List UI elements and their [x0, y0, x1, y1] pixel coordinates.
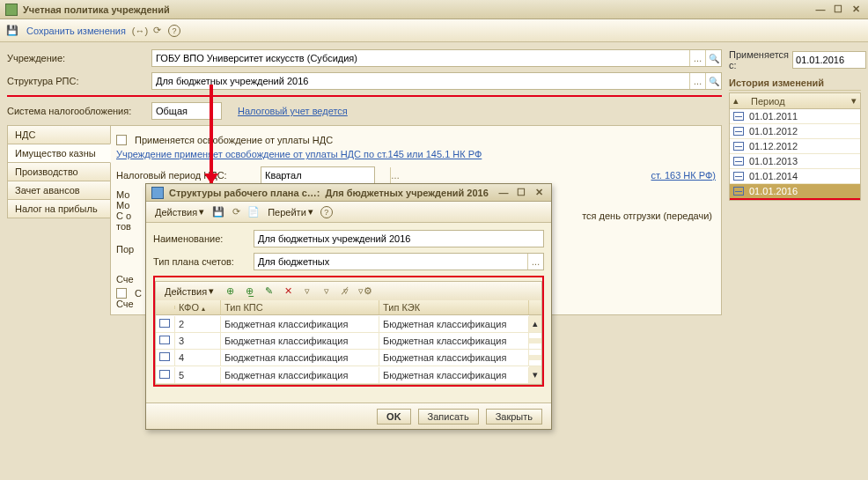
search-icon[interactable]: 🔍 [705, 73, 721, 89]
kps-cell: Бюджетная классификация [221, 333, 379, 349]
row-icon [159, 370, 170, 379]
grid-scroll-up[interactable]: ▴ [529, 315, 541, 332]
actions-label: Действия [155, 207, 197, 218]
history-item[interactable]: 01.01.2012 [730, 124, 860, 139]
tab-advances[interactable]: Зачет авансов [7, 181, 111, 200]
main-toolbar: 💾 Сохранить изменения (↔) ⟳ ? [0, 19, 868, 42]
filter2-icon[interactable]: ▿ [320, 284, 334, 299]
grid-col-kps[interactable]: Тип КПС [221, 300, 379, 314]
highlight-line [7, 95, 722, 97]
minimize-icon[interactable]: — [497, 187, 511, 199]
search-icon[interactable]: 🔍 [705, 50, 721, 66]
pick-button[interactable]: … [689, 50, 705, 66]
dialog-titlebar[interactable]: Структуры рабочего плана с…: Для бюджетн… [146, 184, 551, 202]
add-copy-icon[interactable]: ⊕̲ [242, 284, 256, 299]
tax-period-input[interactable] [261, 170, 390, 181]
close-icon[interactable]: ✕ [532, 187, 546, 199]
exempt-checkbox[interactable] [116, 135, 127, 145]
history-title: История изменений [729, 76, 861, 91]
chart-icon [733, 172, 744, 181]
tab-nds[interactable]: НДС [7, 125, 111, 144]
grid-toolbar: Действия ▾ ⊕ ⊕̲ ✎ ✕ ▿ ▿ ▿̸ ▿⚙ [155, 281, 542, 300]
history-item[interactable]: 01.12.2012 [730, 139, 860, 154]
grid-actions-menu[interactable]: Действия ▾ [161, 284, 217, 299]
history-item-selected[interactable]: 01.01.2016 [730, 184, 860, 200]
plantype-input[interactable] [254, 256, 527, 267]
sort-asc-icon[interactable]: ▴ [733, 95, 739, 107]
copy-icon[interactable]: 📄 [246, 205, 261, 219]
add-icon[interactable]: ⊕ [223, 284, 237, 299]
ok-button[interactable]: OK [377, 409, 411, 425]
dialog-footer: OK Записать Закрыть [146, 402, 551, 429]
save-button[interactable]: Записать [418, 409, 479, 425]
sch-checkbox[interactable] [116, 288, 127, 299]
st163-link[interactable]: ст. 163 НК РФ) [651, 170, 717, 181]
minimize-icon[interactable]: — [813, 4, 828, 16]
grid-scroll-down[interactable]: ▾ [529, 366, 541, 383]
kek-cell: Бюджетная классификация [379, 350, 529, 366]
applies-from-input[interactable] [792, 51, 866, 69]
grid-col-marker[interactable] [156, 306, 175, 309]
goto-menu[interactable]: Перейти ▾ [264, 204, 317, 219]
history-header: ▴ Период ▾ [729, 92, 861, 109]
institution-input[interactable] [152, 53, 689, 63]
tax-period-input-wrap: … [261, 166, 375, 184]
grid-col-kek[interactable]: Тип КЭК [379, 300, 529, 314]
filter-settings-icon[interactable]: ▿⚙ [358, 284, 372, 299]
applies-from-label: Применяется с: [729, 49, 789, 70]
tab-treasury-property[interactable]: Имущество казны [7, 144, 111, 163]
kek-cell: Бюджетная классификация [379, 333, 529, 349]
save-icon[interactable]: 💾 [211, 205, 225, 219]
exempt-label: Применяется освобождение от уплаты НДС [135, 135, 333, 145]
main-window-titlebar[interactable]: Учетная политика учреждений — ☐ ✕ [0, 0, 868, 19]
filter-icon[interactable]: ▿ [300, 284, 314, 299]
pick-button[interactable]: … [390, 167, 400, 183]
grid-scroll-head [529, 306, 541, 309]
nav-hsplit-icon[interactable]: (↔) [133, 24, 147, 38]
kfo-cell: 2 [175, 316, 221, 332]
history-item[interactable]: 01.01.2011 [730, 109, 860, 124]
tax-link[interactable]: Налоговый учет ведется [238, 106, 348, 116]
name-label: Наименование: [153, 233, 250, 244]
grid-row[interactable]: 4 Бюджетная классификация Бюджетная клас… [156, 350, 541, 366]
grid-row[interactable]: 2 Бюджетная классификация Бюджетная клас… [156, 315, 541, 333]
history-item[interactable]: 01.01.2013 [730, 154, 860, 169]
grid-row[interactable]: 3 Бюджетная классификация Бюджетная клас… [156, 333, 541, 350]
rps-label: Структура РПС: [7, 76, 148, 86]
rps-input[interactable] [152, 76, 689, 86]
close-button[interactable]: Закрыть [486, 409, 542, 425]
exempt-link[interactable]: Учреждение применяет освобождение от упл… [116, 149, 482, 159]
grid-row[interactable]: 5 Бюджетная классификация Бюджетная клас… [156, 366, 541, 384]
pick-button[interactable]: … [689, 73, 705, 89]
grid-header-row: КФО ▴ Тип КПС Тип КЭК [156, 300, 541, 315]
maximize-icon[interactable]: ☐ [831, 4, 845, 16]
kfo-header: КФО [179, 302, 199, 313]
delete-icon[interactable]: ✕ [281, 284, 295, 299]
goto-label: Перейти [268, 207, 306, 218]
rps-input-wrap: … 🔍 [151, 72, 722, 90]
history-item-date: 01.01.2011 [749, 111, 798, 122]
refresh-icon[interactable]: ⟳ [151, 24, 165, 38]
help-icon[interactable]: ? [168, 25, 180, 37]
edit-icon[interactable]: ✎ [261, 284, 276, 299]
help-icon[interactable]: ? [320, 206, 333, 218]
actions-menu[interactable]: Действия ▾ [151, 204, 208, 219]
sort-desc-icon[interactable]: ▾ [851, 95, 857, 107]
save-icon[interactable]: 💾 [5, 24, 19, 38]
history-list: 01.01.2011 01.01.2012 01.12.2012 01.01.2… [729, 109, 861, 201]
refresh-icon[interactable]: ⟳ [229, 205, 243, 219]
tab-production[interactable]: Производство [7, 162, 111, 181]
maximize-icon[interactable]: ☐ [514, 187, 528, 199]
close-icon[interactable]: ✕ [849, 4, 863, 16]
history-item[interactable]: 01.01.2014 [730, 169, 860, 184]
tab-profit-tax[interactable]: Налог на прибыль [7, 199, 111, 218]
filter-clear-icon[interactable]: ▿̸ [339, 284, 353, 299]
exempt-row: Применяется освобождение от уплаты НДС [116, 135, 716, 145]
grid-col-kfo[interactable]: КФО ▴ [175, 300, 221, 314]
truncated-sch-label: С [135, 288, 142, 299]
pick-button[interactable]: … [527, 254, 543, 270]
institution-input-wrap: … 🔍 [151, 49, 722, 67]
save-changes-link[interactable]: Сохранить изменения [23, 24, 129, 38]
period-column-header[interactable]: Период [751, 96, 785, 107]
name-input[interactable] [254, 233, 543, 244]
